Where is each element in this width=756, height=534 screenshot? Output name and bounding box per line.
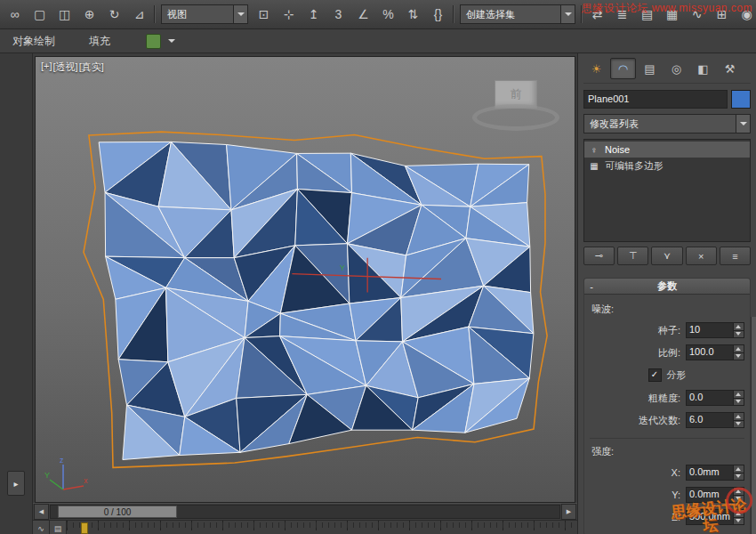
parameters-rollout-header[interactable]: - 参数: [584, 279, 750, 295]
strength-x-row: X: 0.0mm: [590, 465, 744, 481]
roughness-spinner[interactable]: 0.0: [686, 390, 744, 406]
scale-spinner[interactable]: 100.0: [686, 344, 744, 360]
object-name-field[interactable]: Plane001: [583, 90, 728, 109]
track-bar-options-button[interactable]: ▤: [50, 521, 67, 534]
previous-frame-button[interactable]: ◀: [34, 504, 49, 520]
viewport-frame: [+] [透视] [真实] Y 前 z Y x: [33, 53, 577, 503]
expand-panel-button[interactable]: ▸: [7, 471, 25, 496]
pin-stack-button[interactable]: ⊸: [583, 247, 615, 265]
select-object-icon[interactable]: ▢: [28, 3, 52, 27]
next-frame-button[interactable]: ▶: [561, 504, 576, 520]
select-and-link-icon[interactable]: ∞: [3, 3, 27, 27]
axis-y-label: Y: [44, 471, 50, 480]
select-and-rotate-icon[interactable]: ↻: [102, 3, 126, 27]
mini-curve-editor-button[interactable]: ∿: [33, 521, 50, 534]
roughness-label: 粗糙度:: [648, 392, 680, 405]
ribbon-tab-object-paint[interactable]: 对象绘制: [7, 31, 60, 52]
viewport-menu-shading[interactable]: [真实]: [79, 61, 104, 74]
modifier-toggle-icon[interactable]: ▦: [589, 161, 599, 171]
object-name-row: Plane001: [583, 90, 751, 109]
tab-create[interactable]: ☀: [583, 58, 609, 79]
use-pivot-center-icon[interactable]: ⊡: [252, 3, 276, 27]
scale-label: 比例:: [658, 346, 680, 360]
seed-spinner[interactable]: 10: [686, 322, 744, 338]
stack-item-noise[interactable]: ♀ Noise: [584, 142, 750, 158]
spinner-down-icon[interactable]: [734, 420, 744, 428]
tab-display[interactable]: ◧: [690, 58, 716, 79]
strength-group-label: 强度:: [590, 438, 744, 458]
viewcube[interactable]: 前: [471, 80, 560, 131]
time-slider-handle[interactable]: 0 / 100: [58, 506, 177, 518]
collapse-icon: -: [584, 281, 599, 292]
seed-row: 种子: 10: [590, 322, 744, 338]
scale-row: 比例: 100.0: [590, 344, 744, 360]
perspective-viewport[interactable]: [+] [透视] [真实] Y 前 z Y x: [35, 56, 575, 503]
axis-z-label: z: [60, 456, 64, 465]
modifier-toggle-icon[interactable]: ♀: [589, 145, 599, 155]
spinner-up-icon[interactable]: [734, 465, 744, 473]
named-selection-sets-icon[interactable]: {}: [426, 3, 450, 27]
spinner-down-icon[interactable]: [734, 398, 744, 406]
reference-coordinate-combo[interactable]: 视图: [161, 4, 248, 24]
named-selection-set-combo[interactable]: 创建选择集: [460, 4, 575, 24]
strength-x-spinner[interactable]: 0.0mm: [686, 465, 744, 481]
spinner-down-icon[interactable]: [734, 330, 744, 338]
viewcube-compass-ring: [472, 104, 559, 131]
tab-utilities[interactable]: ⚒: [717, 58, 743, 79]
modifier-list-dropdown[interactable]: 修改器列表: [583, 114, 751, 134]
spinner-up-icon[interactable]: [734, 391, 744, 398]
make-unique-button[interactable]: ⋎: [651, 247, 682, 265]
left-dock-strip: ▸: [0, 53, 33, 534]
angle-snap-icon[interactable]: ∠: [351, 3, 375, 27]
toolbar-left-group: ∞▢◫⊕↻⊿: [3, 3, 151, 27]
ribbon-expand-icon[interactable]: [168, 39, 175, 43]
ribbon-tab-populate[interactable]: 填充: [84, 31, 116, 52]
snap-toggle-icon[interactable]: 3: [326, 3, 350, 27]
spinner-up-icon[interactable]: [734, 345, 744, 352]
object-color-swatch[interactable]: [731, 90, 751, 109]
noise-group-label: 噪波:: [590, 303, 744, 316]
tab-modify[interactable]: ◠: [610, 58, 636, 79]
tab-motion[interactable]: ◎: [664, 58, 689, 79]
chevron-down-icon: [560, 5, 575, 23]
fractal-row: ✓ 分形: [590, 368, 744, 382]
track-bar[interactable]: ∿ ▤: [33, 520, 577, 534]
iterations-label: 迭代次数:: [639, 414, 680, 427]
select-and-move-icon[interactable]: ⊕: [77, 3, 101, 27]
chevron-down-icon: [233, 5, 247, 23]
time-slider-track[interactable]: 0 / 100: [50, 505, 560, 519]
remove-modifier-button[interactable]: ×: [686, 247, 717, 265]
configure-modifier-sets-button[interactable]: ≡: [720, 247, 751, 265]
iterations-spinner[interactable]: 6.0: [686, 412, 744, 428]
keyboard-override-icon[interactable]: ↥: [302, 3, 326, 27]
toolbar-separator: [154, 5, 156, 23]
strength-x-label: X:: [672, 467, 680, 478]
stack-item-label: 可编辑多边形: [605, 159, 664, 173]
select-and-scale-icon[interactable]: ⊿: [127, 3, 151, 27]
spinner-up-icon[interactable]: [734, 323, 744, 330]
modifier-stack: ♀ Noise ▦ 可编辑多边形: [583, 139, 751, 242]
stack-toolbar: ⊸⊤⋎×≡: [583, 247, 751, 265]
world-axis-tripod: z Y x: [43, 454, 89, 497]
spinner-down-icon[interactable]: [734, 473, 744, 481]
percent-snap-icon[interactable]: %: [376, 3, 400, 27]
ribbon-state-icon[interactable]: [146, 34, 161, 49]
fractal-checkbox[interactable]: ✓: [648, 368, 662, 382]
viewport-column: [+] [透视] [真实] Y 前 z Y x: [33, 53, 577, 534]
viewport-menu-general[interactable]: [+]: [41, 61, 52, 74]
select-and-manipulate-icon[interactable]: ⊹: [277, 3, 301, 27]
spinner-down-icon[interactable]: [734, 352, 744, 360]
viewport-menu-pov[interactable]: [透视]: [53, 61, 78, 74]
current-frame-marker[interactable]: [81, 522, 88, 534]
command-panel-tabs: ☀◠▤◎◧⚒: [583, 58, 751, 84]
spinner-up-icon[interactable]: [734, 413, 744, 420]
tab-hierarchy[interactable]: ▤: [637, 58, 663, 79]
rollout-title: 参数: [599, 279, 750, 293]
viewport-label: [+] [透视] [真实]: [41, 61, 104, 74]
command-panel: ☀◠▤◎◧⚒ Plane001 修改器列表 ♀ Noise ▦ 可编辑多边形: [577, 53, 756, 534]
spinner-snap-icon[interactable]: ⇅: [401, 3, 425, 27]
stack-item-editable-poly[interactable]: ▦ 可编辑多边形: [584, 158, 750, 174]
main-area: ▸ [+] [透视] [真实] Y 前 z Y: [0, 53, 756, 534]
select-region-icon[interactable]: ◫: [52, 3, 76, 27]
show-end-result-button[interactable]: ⊤: [617, 247, 648, 265]
